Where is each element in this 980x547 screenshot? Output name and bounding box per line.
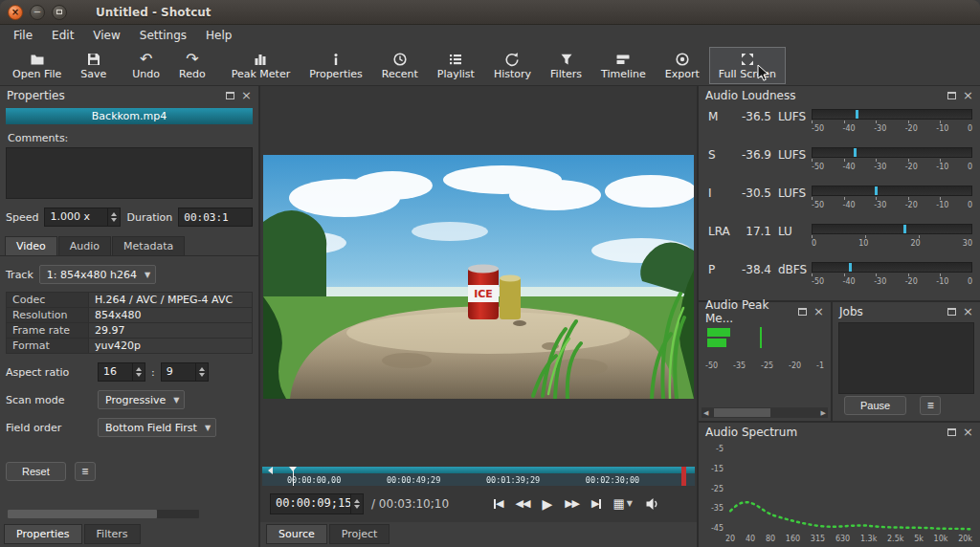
float-panel-icon[interactable] — [226, 92, 234, 99]
jobs-menu-button[interactable]: ≡ — [920, 396, 941, 415]
scroll-left-icon[interactable]: ◀ — [703, 409, 708, 417]
property-key: Frame rate — [7, 323, 89, 339]
aspect-height-value: 9 — [162, 363, 195, 381]
peak-hscrollbar[interactable]: ◀ ▶ — [702, 407, 828, 418]
scrollbar-thumb[interactable] — [714, 408, 770, 417]
play-button[interactable]: ▶ — [542, 498, 552, 510]
window-maximize-button[interactable] — [52, 5, 67, 20]
menu-item-settings[interactable]: Settings — [130, 27, 196, 44]
rewind-button[interactable]: ◀◀ — [515, 498, 529, 510]
shotcut-window: × − Untitled - Shotcut File Edit View Se… — [0, 0, 980, 547]
right-dock: Audio Loudness × M -36.5 LUFS -50-40-30-… — [697, 86, 980, 547]
track-label: Track — [6, 269, 33, 281]
duration-field[interactable]: 00:03:1 — [178, 208, 253, 227]
toolbar-label: Redo — [179, 68, 206, 80]
properties-menu-button[interactable]: ≡ — [75, 462, 96, 481]
spinner-arrows-icon[interactable] — [195, 363, 208, 381]
reset-button[interactable]: Reset — [6, 462, 66, 481]
peak-hold-indicator — [760, 327, 762, 348]
window-close-button[interactable]: × — [8, 5, 23, 20]
total-duration-label: / 00:03:10;10 — [371, 497, 449, 511]
player-panel: ICE 00:00:00,00 — [260, 86, 697, 547]
meter-scale: -50-40-30-20-100 — [812, 163, 972, 171]
spinner-arrows-icon[interactable] — [132, 363, 145, 381]
toolbar-button-history[interactable]: History — [484, 47, 541, 84]
clip-filename[interactable]: Backkom.mp4 — [6, 108, 253, 124]
spinner-arrows-icon[interactable] — [107, 208, 120, 226]
hamburger-icon: ≡ — [81, 465, 88, 478]
toolbar-button-export[interactable]: Export — [656, 47, 709, 84]
toolbar-button-undo[interactable]: ↶ Undo — [122, 47, 169, 84]
fast-forward-button[interactable]: ▶▶ — [565, 498, 579, 510]
speed-label: Speed — [6, 211, 38, 224]
tab-source[interactable]: Source — [266, 524, 327, 544]
float-panel-icon[interactable] — [947, 308, 956, 316]
float-panel-icon[interactable] — [947, 92, 956, 99]
toolbar-button-filters[interactable]: Filters — [541, 47, 591, 84]
close-panel-icon[interactable]: × — [963, 307, 973, 317]
close-panel-icon[interactable]: × — [813, 307, 824, 317]
scrollbar-thumb[interactable] — [8, 510, 157, 518]
loudness-meter: -50-40-30-20-100 — [812, 146, 972, 171]
menu-item-edit[interactable]: Edit — [42, 27, 83, 44]
skip-end-button[interactable]: ▶ — [591, 498, 600, 510]
toolbar-button-recent[interactable]: Recent — [372, 47, 428, 84]
scan-mode-select[interactable]: Progressive ▼ — [98, 390, 185, 409]
menu-item-file[interactable]: File — [4, 27, 42, 44]
float-panel-icon[interactable] — [798, 308, 807, 316]
playhead[interactable] — [293, 467, 294, 486]
comments-textarea[interactable] — [6, 147, 253, 199]
spinner-arrows-icon[interactable] — [350, 494, 363, 514]
aspect-width-field[interactable]: 16 — [98, 362, 145, 382]
scan-mode-label: Scan mode — [6, 394, 92, 406]
window-minimize-button[interactable]: − — [30, 5, 45, 20]
video-preview[interactable]: ICE — [263, 155, 694, 399]
volume-button[interactable] — [645, 496, 660, 512]
menu-item-help[interactable]: Help — [196, 27, 241, 44]
track-select[interactable]: 1: 854x480 h264 ▼ — [39, 265, 156, 284]
float-panel-icon[interactable] — [947, 428, 956, 436]
tab-project[interactable]: Project — [329, 524, 390, 544]
menu-item-view[interactable]: View — [83, 27, 129, 44]
toolbar-button-peak-meter[interactable]: Peak Meter — [222, 47, 300, 84]
loudness-unit: LUFS — [771, 185, 812, 200]
toolbar-button-full-screen[interactable]: Full Screen — [709, 47, 786, 84]
tab-audio[interactable]: Audio — [58, 236, 111, 255]
toolbar-button-save[interactable]: Save — [71, 47, 116, 84]
tab-video[interactable]: Video — [5, 236, 57, 255]
jobs-list[interactable] — [838, 322, 974, 394]
toolbar-button-playlist[interactable]: Playlist — [428, 47, 484, 84]
toolbar-button-open-file[interactable]: Open File — [3, 47, 71, 84]
tab-properties[interactable]: Properties — [4, 524, 82, 544]
aspect-height-field[interactable]: 9 — [161, 362, 209, 382]
skip-start-button[interactable]: ◀ — [494, 498, 502, 510]
current-time-field[interactable]: 00:00:09;15 — [270, 493, 364, 514]
tab-filters[interactable]: Filters — [84, 524, 141, 544]
in-out-range-bar[interactable] — [262, 467, 695, 473]
loudness-value: -38.4 — [737, 261, 771, 276]
ruler-time: 00:02:30;00 — [561, 475, 660, 485]
loudness-label: S — [708, 146, 737, 162]
video-tab-pane: Track 1: 854x480 h264 ▼ CodecH.264 / AVC… — [0, 255, 258, 437]
field-order-select[interactable]: Bottom Field First ▼ — [98, 418, 216, 437]
scroll-right-icon[interactable]: ▶ — [821, 409, 826, 417]
loudness-row-peak: P -38.4 dBFS -50-40-30-20-100 — [699, 258, 980, 296]
grid-button[interactable]: ▦▼ — [613, 498, 633, 510]
meter-scale: -50-40-30-20-100 — [812, 124, 972, 133]
toolbar-button-timeline[interactable]: Timeline — [591, 47, 656, 84]
window-title: Untitled - Shotcut — [96, 6, 212, 19]
pause-button[interactable]: Pause — [844, 396, 906, 415]
close-panel-icon[interactable]: × — [241, 91, 252, 100]
speed-spinbox[interactable]: 1.000 x — [44, 208, 121, 227]
scrub-ruler[interactable]: 00:00:00,00 00:00:49;29 00:01:39;29 00:0… — [262, 467, 695, 486]
close-panel-icon[interactable]: × — [963, 91, 973, 100]
tab-metadata[interactable]: Metadata — [112, 236, 185, 255]
toolbar-button-redo[interactable]: ↷ Redo — [169, 47, 215, 84]
spectrum-plot — [728, 443, 972, 535]
close-panel-icon[interactable]: × — [963, 427, 973, 437]
toolbar-label: Export — [665, 68, 700, 80]
menubar: File Edit View Settings Help — [0, 25, 980, 46]
toolbar-button-properties[interactable]: Properties — [300, 47, 372, 84]
loudness-label: I — [708, 185, 737, 200]
properties-hscrollbar[interactable] — [8, 510, 199, 518]
